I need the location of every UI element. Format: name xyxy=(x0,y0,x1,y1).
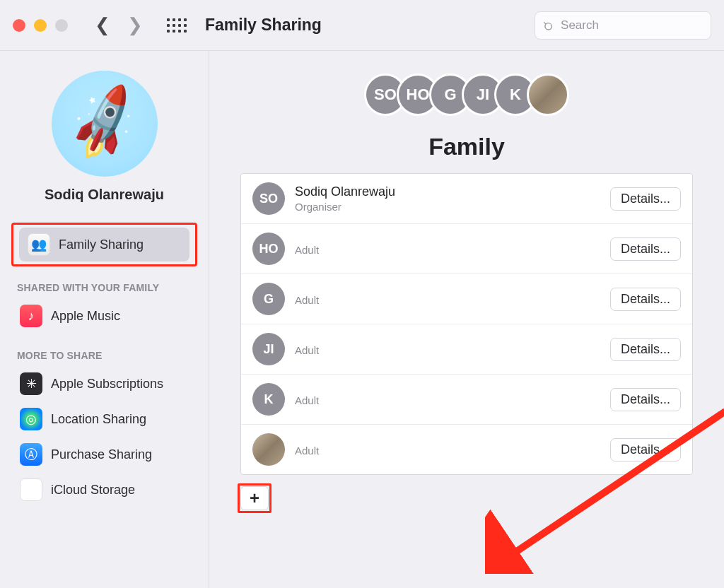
details-button[interactable]: Details... xyxy=(610,237,681,261)
sidebar: 🚀 Sodiq Olanrewaju 👥 Family Sharing SHAR… xyxy=(0,51,209,588)
sidebar-item-label: iCloud Storage xyxy=(51,483,189,498)
appstore-icon: Ⓐ xyxy=(20,443,42,466)
annotation-highlight: 👥 Family Sharing xyxy=(11,223,197,266)
back-button[interactable]: ❮ xyxy=(95,14,110,36)
members-table: SO Sodiq Olanrewaju Organiser Details...… xyxy=(240,173,693,475)
profile-block: 🚀 Sodiq Olanrewaju xyxy=(0,64,209,218)
location-icon: ◎ xyxy=(20,408,42,430)
table-row: G Adult Details... xyxy=(241,274,692,324)
details-button[interactable]: Details... xyxy=(610,187,681,211)
table-row: SO Sodiq Olanrewaju Organiser Details... xyxy=(241,174,692,224)
member-avatar: HO xyxy=(252,233,285,265)
details-button[interactable]: Details... xyxy=(610,388,681,411)
member-role: Adult xyxy=(295,344,610,356)
member-avatar: SO xyxy=(252,182,285,215)
member-role: Adult xyxy=(295,294,610,306)
nav-arrows: ❮ ❯ xyxy=(95,14,143,36)
family-sharing-icon: 👥 xyxy=(28,233,50,256)
details-button[interactable]: Details... xyxy=(610,288,681,311)
sidebar-header-more: MORE TO SHARE xyxy=(7,343,202,365)
sidebar-item-label: Apple Subscriptions xyxy=(51,377,189,392)
details-button[interactable]: Details... xyxy=(610,338,681,361)
member-name: Sodiq Olanrewaju xyxy=(295,184,610,199)
sidebar-item-purchase-sharing[interactable]: Ⓐ Purchase Sharing xyxy=(11,437,197,471)
sidebar-item-label: Apple Music xyxy=(51,309,189,324)
family-avatar-row: SO HO G JI K xyxy=(364,74,569,116)
table-row: HO Adult Details... xyxy=(241,224,692,274)
sidebar-item-location-sharing[interactable]: ◎ Location Sharing xyxy=(11,402,197,436)
window-controls xyxy=(13,19,68,32)
sidebar-item-label: Purchase Sharing xyxy=(51,447,189,462)
table-row: K Adult Details... xyxy=(241,375,692,425)
close-window-button[interactable] xyxy=(13,19,25,32)
main-content: SO HO G JI K Family SO Sodiq Olanrewaju … xyxy=(209,51,724,588)
member-role: Adult xyxy=(295,394,610,406)
sidebar-item-apple-music[interactable]: ♪ Apple Music xyxy=(11,299,197,333)
sidebar-item-family-sharing[interactable]: 👥 Family Sharing xyxy=(19,228,189,261)
sidebar-item-icloud-storage[interactable]: ☁ iCloud Storage xyxy=(11,473,197,507)
sidebar-item-apple-subscriptions[interactable]: ✳ Apple Subscriptions xyxy=(11,367,197,401)
rocket-icon: 🚀 xyxy=(59,81,148,167)
member-avatar: G xyxy=(252,283,285,315)
search-input[interactable] xyxy=(561,18,702,33)
member-role: Adult xyxy=(295,445,610,457)
profile-name: Sodiq Olanrewaju xyxy=(45,187,164,203)
member-role: Organiser xyxy=(295,201,610,213)
window-title: Family Sharing xyxy=(205,16,322,35)
search-field[interactable] xyxy=(535,11,711,40)
cloud-icon: ☁ xyxy=(20,478,42,501)
search-icon xyxy=(544,19,555,32)
sidebar-item-label: Family Sharing xyxy=(59,237,181,252)
subs-icon: ✳ xyxy=(20,372,42,395)
details-button[interactable]: Details... xyxy=(610,438,681,461)
table-row: JI Adult Details... xyxy=(241,324,692,375)
all-prefs-grid-icon[interactable] xyxy=(167,16,187,35)
member-avatar-photo xyxy=(252,433,285,466)
music-icon: ♪ xyxy=(20,305,42,327)
add-member-button[interactable]: + xyxy=(240,486,269,510)
member-avatar: JI xyxy=(252,333,285,365)
fullscreen-window-button[interactable] xyxy=(55,19,68,32)
member-role: Adult xyxy=(295,244,610,256)
profile-avatar: 🚀 xyxy=(52,71,158,177)
avatar-photo xyxy=(527,74,569,116)
add-member-row: + xyxy=(240,486,693,510)
toolbar: ❮ ❯ Family Sharing xyxy=(0,0,724,51)
minimize-window-button[interactable] xyxy=(34,19,47,32)
member-avatar: K xyxy=(252,383,285,416)
forward-button: ❯ xyxy=(127,14,143,36)
table-row: Adult Details... xyxy=(241,425,692,474)
sidebar-item-label: Location Sharing xyxy=(51,412,189,427)
sidebar-header-shared: SHARED WITH YOUR FAMILY xyxy=(7,275,202,298)
page-title: Family xyxy=(428,133,505,160)
